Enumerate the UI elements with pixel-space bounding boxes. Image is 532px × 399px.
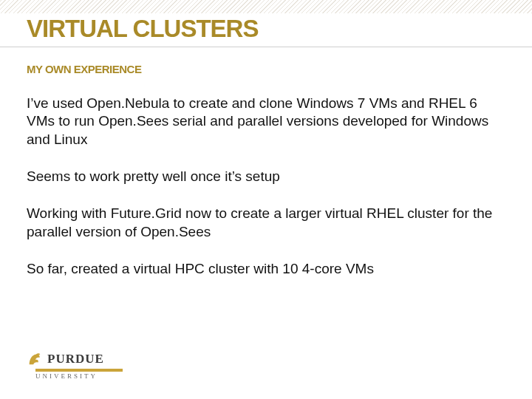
header-hatch-pattern (0, 0, 532, 13)
griffin-icon (27, 351, 43, 367)
purdue-logo: PURDUE UNIVERSITY (27, 351, 123, 380)
slide-subtitle: MY OWN EXPERIENCE (27, 63, 147, 75)
slide-title: VIRTUAL CLUSTERS (27, 15, 258, 43)
logo-subtext: UNIVERSITY (35, 372, 123, 380)
body-paragraph: Working with Future.Grid now to create a… (27, 205, 499, 241)
subtitle-dotted-rule (147, 65, 505, 74)
body-paragraph: Seems to work pretty well once it’s setu… (27, 168, 499, 185)
logo-gold-bar (35, 369, 123, 372)
title-underline (0, 47, 532, 47)
body-paragraph: So far, created a virtual HPC cluster wi… (27, 260, 499, 278)
logo-text: PURDUE (47, 352, 104, 366)
subtitle-row: MY OWN EXPERIENCE (27, 63, 505, 75)
body-paragraph: I’ve used Open.Nebula to create and clon… (27, 95, 499, 149)
slide-body: I’ve used Open.Nebula to create and clon… (27, 95, 499, 297)
